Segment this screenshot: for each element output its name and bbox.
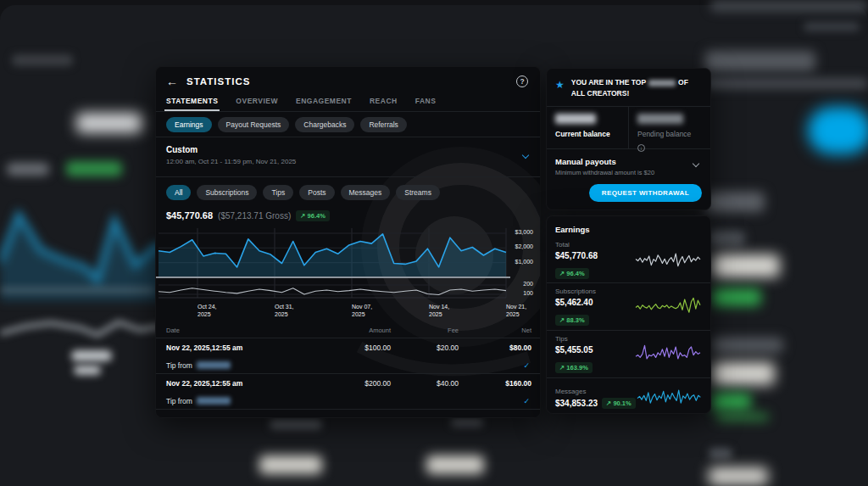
filter-chargebacks[interactable]: Chargebacks — [295, 117, 354, 132]
sparkline-subscriptions — [634, 293, 702, 321]
earnings-change-badge: ↗ 163.9% — [555, 362, 593, 373]
row-amount: $100.00 — [325, 344, 391, 352]
payouts-subtitle: Minimum withdrawal amount is $20 — [555, 169, 702, 176]
tab-reach[interactable]: REACH — [370, 97, 398, 111]
balance-panel: ★ YOU ARE IN THE TOPOF ALL CREATORS! Cur… — [546, 68, 711, 210]
earnings-label: Subscriptions — [555, 288, 634, 295]
star-icon: ★ — [555, 79, 565, 99]
earnings-change-badge: ↗ 90.1% — [602, 398, 636, 409]
table-header: Date Amount Fee Net — [156, 323, 540, 338]
row-date: Nov 22, 2025,12:55 am — [166, 344, 325, 352]
earnings-row-subscriptions: Subscriptions $5,462.40 ↗ 88.3% — [547, 283, 710, 331]
earnings-chart: $3,000 $2,000 $1,000 200 100 Oct 24,2025… — [156, 226, 540, 323]
banner-text: YOU ARE IN THE TOPOF ALL CREATORS! — [571, 77, 692, 99]
panel-header: ← STATISTICS ? — [156, 67, 540, 92]
row-description: Tip from — [166, 397, 192, 405]
y-tick-200: 200 — [499, 281, 533, 287]
sparkline-messages — [636, 383, 702, 412]
earnings-value: $45,770.68 — [555, 251, 634, 260]
blurred-current-balance-value — [555, 114, 596, 124]
type-posts[interactable]: Posts — [299, 185, 334, 200]
tab-overview[interactable]: OVERVIEW — [236, 97, 278, 111]
blurred-username — [197, 397, 231, 405]
blurred-percentage — [648, 80, 676, 87]
help-icon[interactable]: ? — [516, 75, 528, 87]
col-fee: Fee — [391, 327, 459, 334]
earnings-value: $34,853.23 — [555, 399, 598, 408]
pending-balance: Pending balance i — [628, 107, 710, 148]
check-icon: ✓ — [523, 397, 530, 405]
background-chart — [0, 199, 170, 301]
row-amount: $200.00 — [325, 379, 391, 388]
row-date: Nov 22, 2025,12:55 am — [166, 379, 325, 388]
y-tick-100: 100 — [499, 290, 533, 296]
earnings-panel: Earnings Total $45,770.68 ↗ 96.4% Subscr… — [546, 215, 711, 414]
manual-payouts[interactable]: Manual payouts Minimum withdrawal amount… — [547, 149, 710, 184]
x-tick-nov14: Nov 14,2025 — [429, 303, 449, 319]
app-screen: ← STATISTICS ? STATEMENTS OVERVIEW ENGAG… — [0, 0, 868, 486]
page-title: STATISTICS — [186, 76, 250, 87]
x-tick-oct24: Oct 24,2025 — [198, 303, 217, 319]
x-tick-oct31: Oct 31,2025 — [275, 303, 294, 319]
statement-filters: Earnings Payout Requests Chargebacks Ref… — [156, 112, 540, 137]
earnings-value: $5,455.05 — [555, 345, 634, 355]
payouts-title: Manual payouts — [555, 157, 702, 166]
type-subscriptions[interactable]: Subscriptions — [197, 185, 257, 200]
type-all[interactable]: All — [166, 185, 191, 200]
statistics-panel: ← STATISTICS ? STATEMENTS OVERVIEW ENGAG… — [155, 66, 541, 418]
earnings-label: Total — [555, 241, 634, 249]
background-chart-secondary — [0, 310, 161, 348]
earnings-change-badge: ↗ 96.4% — [555, 268, 589, 279]
tab-engagement[interactable]: ENGAGEMENT — [296, 97, 352, 111]
y-tick-3000: $3,000 — [499, 229, 533, 235]
x-tick-nov21: Nov 21,2025 — [506, 303, 526, 319]
earnings-summary: $45,770.68 ($57,213.71 Gross) ↗ 96.4% — [156, 204, 540, 226]
table-row[interactable]: Nov 22, 2025,12:55 am $200.00 $40.00 $16… — [156, 374, 540, 410]
type-streams[interactable]: Streams — [396, 185, 440, 200]
earnings-chart-plot — [156, 226, 541, 303]
change-badge: ↗ 96.4% — [296, 210, 330, 221]
earnings-value: $5,462.40 — [555, 298, 634, 307]
earnings-row-tips: Tips $5,455.05 ↗ 163.9% — [547, 331, 710, 378]
type-tips[interactable]: Tips — [263, 185, 293, 200]
sparkline-total — [634, 246, 702, 275]
row-net: $160.00 — [459, 379, 531, 388]
earnings-row-messages: Messages $34,853.23 ↗ 90.1% — [547, 378, 710, 417]
net-total: $45,770.68 — [166, 210, 213, 221]
tab-fans[interactable]: FANS — [415, 97, 437, 111]
x-tick-nov07: Nov 07,2025 — [352, 303, 372, 319]
stats-tabs: STATEMENTS OVERVIEW ENGAGEMENT REACH FAN… — [156, 92, 540, 112]
sparkline-tips — [634, 340, 702, 369]
date-range-selector[interactable]: Custom 12:00 am, Oct 21 - 11:59 pm, Nov … — [156, 137, 540, 177]
date-range-detail: 12:00 am, Oct 21 - 11:59 pm, Nov 21, 202… — [166, 158, 530, 165]
type-messages[interactable]: Messages — [341, 185, 391, 200]
col-date: Date — [166, 327, 325, 334]
blurred-username — [197, 361, 231, 369]
earnings-title: Earnings — [547, 216, 710, 237]
request-withdrawal-button[interactable]: REQUEST WITHDRAWAL — [589, 184, 702, 202]
earning-type-filters: All Subscriptions Tips Posts Messages St… — [156, 177, 540, 204]
balances-row: Current balance Pending balance i — [547, 107, 710, 149]
filter-referrals[interactable]: Referrals — [360, 117, 406, 132]
row-description: Tip from — [166, 361, 192, 370]
filter-payout-requests[interactable]: Payout Requests — [218, 117, 290, 132]
back-icon[interactable]: ← — [166, 75, 178, 88]
date-range-label: Custom — [166, 145, 530, 154]
current-balance-label: Current balance — [555, 130, 620, 138]
blurred-pending-balance-value — [637, 114, 683, 124]
row-fee: $40.00 — [391, 379, 459, 388]
y-tick-2000: $2,000 — [499, 243, 533, 249]
filter-earnings[interactable]: Earnings — [166, 117, 212, 132]
row-fee: $20.00 — [391, 344, 459, 352]
earnings-label: Tips — [555, 335, 634, 343]
y-tick-1000: $1,000 — [499, 259, 533, 265]
col-amount: Amount — [325, 327, 391, 334]
tab-statements[interactable]: STATEMENTS — [166, 97, 218, 111]
top-creators-banner: ★ YOU ARE IN THE TOPOF ALL CREATORS! — [547, 69, 710, 107]
gross-total: ($57,213.71 Gross) — [218, 211, 291, 221]
check-icon: ✓ — [523, 361, 530, 370]
row-net: $80.00 — [459, 344, 531, 352]
col-net: Net — [459, 327, 531, 334]
table-row[interactable]: Nov 22, 2025,12:55 am $100.00 $20.00 $80… — [156, 338, 540, 374]
earnings-row-total: Total $45,770.68 ↗ 96.4% — [547, 237, 710, 283]
